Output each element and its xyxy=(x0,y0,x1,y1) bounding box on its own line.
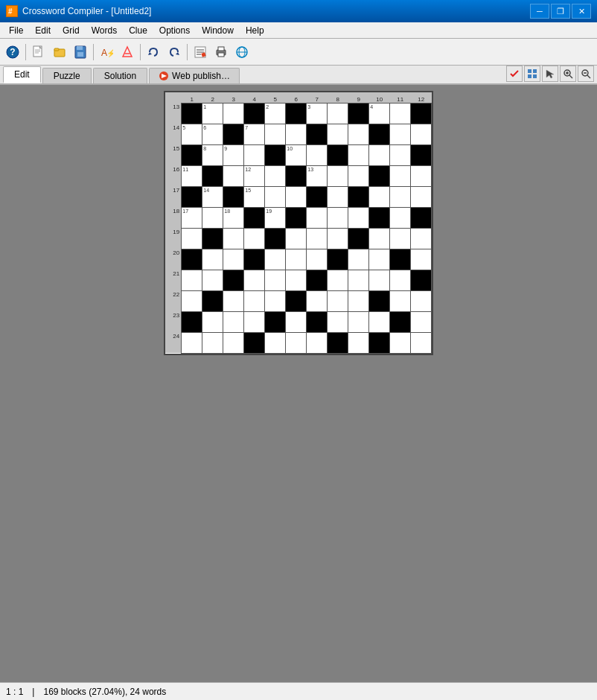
grid-cell[interactable] xyxy=(244,207,265,228)
grid-cell[interactable] xyxy=(328,124,348,144)
grid-cell[interactable]: 14 xyxy=(202,186,223,207)
grid-cell[interactable] xyxy=(348,165,369,186)
grid-cell[interactable] xyxy=(307,144,328,165)
grid-cell[interactable] xyxy=(390,311,411,332)
grid-cell[interactable] xyxy=(286,270,307,290)
tab-edit[interactable]: Edit xyxy=(3,66,41,83)
grid-cell[interactable] xyxy=(369,290,390,311)
grid-cell[interactable] xyxy=(411,186,432,207)
undo-button[interactable] xyxy=(144,42,163,62)
grid-cell[interactable] xyxy=(182,144,202,165)
fill-button[interactable]: A⚡ xyxy=(97,42,116,62)
grid-cell[interactable] xyxy=(328,290,348,311)
grid-cell[interactable] xyxy=(244,144,265,165)
grid-cell[interactable] xyxy=(369,249,390,270)
grid-cell[interactable] xyxy=(390,165,411,186)
grid-cell[interactable] xyxy=(286,228,307,249)
grid-cell[interactable] xyxy=(348,228,369,249)
edit-clue-button[interactable] xyxy=(191,42,210,62)
grid-cell[interactable] xyxy=(390,186,411,207)
grid-cell[interactable] xyxy=(265,249,286,270)
menu-grid[interactable]: Grid xyxy=(57,22,86,38)
grid-cell[interactable] xyxy=(202,332,223,353)
crossword-container[interactable]: 1234567891011121312341456715891016111213… xyxy=(164,91,434,355)
grid-cell[interactable] xyxy=(348,186,369,207)
grid-cell[interactable]: 12 xyxy=(244,165,265,186)
grid-cell[interactable] xyxy=(265,144,286,165)
grid-cell[interactable]: 3 xyxy=(307,103,328,124)
grid-cell[interactable] xyxy=(265,165,286,186)
grid-cell[interactable] xyxy=(411,228,432,249)
grid-cell[interactable] xyxy=(411,207,432,228)
grid-cell[interactable] xyxy=(244,332,265,353)
grid-cell[interactable] xyxy=(390,103,411,124)
grid-cell[interactable] xyxy=(223,249,244,270)
grid-cell[interactable] xyxy=(307,332,328,353)
grid-cell[interactable] xyxy=(265,228,286,249)
grid-cell[interactable] xyxy=(202,207,223,228)
grid-cell[interactable] xyxy=(182,311,202,332)
grid-cell[interactable] xyxy=(244,249,265,270)
grid-cell[interactable] xyxy=(348,207,369,228)
grid-cell[interactable] xyxy=(202,270,223,290)
grid-cell[interactable] xyxy=(182,186,202,207)
grid-cell[interactable] xyxy=(328,165,348,186)
grid-cell[interactable] xyxy=(369,124,390,144)
grid-cell[interactable] xyxy=(265,311,286,332)
grid-cell[interactable] xyxy=(328,311,348,332)
grid-cell[interactable] xyxy=(328,228,348,249)
menu-file[interactable]: File xyxy=(3,22,29,38)
grid-cell[interactable] xyxy=(244,270,265,290)
grid-cell[interactable] xyxy=(369,144,390,165)
cursor-icon-button[interactable] xyxy=(542,66,558,82)
grid-cell[interactable] xyxy=(348,290,369,311)
grid-cell[interactable] xyxy=(348,311,369,332)
grid-cell[interactable] xyxy=(286,311,307,332)
grid-cell[interactable]: 5 xyxy=(182,124,202,144)
grid-cell[interactable]: 2 xyxy=(265,103,286,124)
grid-cell[interactable] xyxy=(390,228,411,249)
grid-cell[interactable] xyxy=(223,311,244,332)
grid-cell[interactable] xyxy=(286,332,307,353)
grid-cell[interactable] xyxy=(307,249,328,270)
grid-cell[interactable] xyxy=(286,124,307,144)
restore-button[interactable]: ❐ xyxy=(551,4,570,19)
grid-cell[interactable] xyxy=(265,186,286,207)
grid-cell[interactable] xyxy=(369,270,390,290)
grid-cell[interactable] xyxy=(411,165,432,186)
grid-cell[interactable] xyxy=(348,124,369,144)
grid-cell[interactable]: 6 xyxy=(202,124,223,144)
grid-cell[interactable]: 10 xyxy=(286,144,307,165)
grid-cell[interactable] xyxy=(202,290,223,311)
help-button[interactable]: ? xyxy=(3,42,22,62)
grid-cell[interactable] xyxy=(286,249,307,270)
grid-cell[interactable] xyxy=(307,270,328,290)
grid-cell[interactable] xyxy=(265,332,286,353)
grid-cell[interactable] xyxy=(328,249,348,270)
grid-cell[interactable] xyxy=(348,249,369,270)
grid-cell[interactable] xyxy=(286,186,307,207)
grid-cell[interactable] xyxy=(244,103,265,124)
grid-cell[interactable] xyxy=(182,290,202,311)
grid-cell[interactable] xyxy=(182,270,202,290)
grid-cell[interactable] xyxy=(307,186,328,207)
menu-window[interactable]: Window xyxy=(196,22,240,38)
grid-cell[interactable] xyxy=(202,311,223,332)
grid-cell[interactable] xyxy=(411,144,432,165)
save-button[interactable] xyxy=(71,42,90,62)
grid-cell[interactable] xyxy=(411,124,432,144)
grid-cell[interactable]: 4 xyxy=(369,103,390,124)
grid-cell[interactable] xyxy=(390,290,411,311)
grid-cell[interactable] xyxy=(328,144,348,165)
grid-cell[interactable] xyxy=(202,165,223,186)
grid-cell[interactable] xyxy=(223,124,244,144)
grid-cell[interactable] xyxy=(223,270,244,290)
grid-cell[interactable]: 15 xyxy=(244,186,265,207)
grid-cell[interactable] xyxy=(307,290,328,311)
grid-cell[interactable] xyxy=(328,270,348,290)
open-button[interactable] xyxy=(50,42,69,62)
grid-cell[interactable] xyxy=(369,311,390,332)
grid-cell[interactable] xyxy=(244,228,265,249)
web-button[interactable] xyxy=(232,42,252,62)
grid-cell[interactable] xyxy=(411,249,432,270)
